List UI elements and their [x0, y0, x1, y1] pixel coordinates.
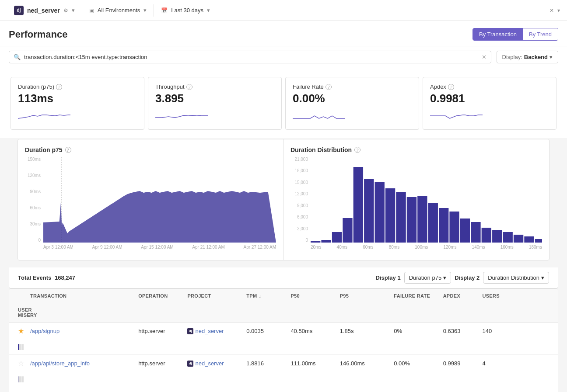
- p95-cell-2: 99.00ms: [336, 388, 391, 392]
- svg-rect-5: [354, 167, 363, 243]
- total-events-label: Total Events: [18, 274, 51, 281]
- misery-cell-0: [14, 340, 27, 354]
- th-failure-rate: FAILURE RATE: [390, 289, 439, 303]
- chart2-plot: 20ms 40ms 60ms 80ms 100ms 120ms 140ms 16…: [311, 157, 542, 253]
- chart1-area: 150ms 120ms 90ms 60ms 30ms 0 Apr 3: [25, 157, 276, 253]
- p50-cell-1: 111.00ms: [287, 356, 336, 371]
- users-cell-0: 140: [479, 323, 553, 339]
- svg-rect-22: [535, 239, 542, 243]
- duration-sparkline: [18, 109, 137, 123]
- chart2-help-icon[interactable]: ?: [354, 147, 360, 153]
- th-tpm[interactable]: TPM ↓: [243, 289, 287, 303]
- th-p50: P50: [287, 289, 336, 303]
- failure-label: Failure Rate: [293, 83, 324, 90]
- svg-rect-4: [343, 218, 352, 243]
- chart2-title: Duration Distribution ?: [290, 146, 542, 153]
- operation-cell-0: http.server: [135, 323, 184, 339]
- expand-icon[interactable]: ▾: [557, 7, 560, 14]
- star-icon-1[interactable]: ☆: [18, 360, 24, 367]
- p50-cell-0: 40.50ms: [287, 323, 336, 339]
- duration-help-icon[interactable]: ?: [56, 84, 62, 90]
- chart1-help-icon[interactable]: ?: [65, 147, 71, 153]
- apdex-cell-2: 0.9982: [440, 388, 479, 392]
- display2-caret: ▾: [541, 274, 544, 281]
- th-star: [14, 289, 27, 303]
- misery-bars-1: [18, 376, 23, 382]
- project-name-1[interactable]: ned_server: [195, 360, 224, 367]
- clear-search-icon[interactable]: ✕: [482, 54, 486, 60]
- svg-rect-17: [482, 228, 491, 243]
- svg-rect-20: [514, 235, 523, 243]
- chart2-y-axis: 21,000 18,000 15,000 12,000 9,000 6,000 …: [290, 157, 311, 253]
- close-icon[interactable]: ✕: [550, 7, 554, 14]
- page-header: Performance By Transaction By Trend: [0, 21, 567, 46]
- failure-cell-1: 0.00%: [390, 356, 439, 371]
- top-bar: dj ned_server ⚙ ▾ ▣ All Environments ▾ 📅…: [0, 0, 567, 21]
- misery-bars-0: [18, 344, 23, 350]
- failure-help-icon[interactable]: ?: [326, 84, 332, 90]
- failure-cell-0: 0%: [390, 323, 439, 339]
- operation-cell-1: http.server: [135, 356, 184, 371]
- display2-label: Display 2: [455, 274, 480, 281]
- failure-sparkline-svg: [293, 109, 345, 122]
- throughput-sparkline-svg: [155, 109, 208, 122]
- view-toggle: By Transaction By Trend: [472, 28, 558, 41]
- chart2-svg: [311, 157, 542, 243]
- project-name-0[interactable]: ned_server: [195, 328, 224, 334]
- transaction-table: TRANSACTION OPERATION PROJECT TPM ↓ P50 …: [9, 288, 558, 392]
- th-user-misery: USER MISERY: [14, 303, 27, 322]
- toggle-by-trend[interactable]: By Trend: [523, 28, 558, 40]
- metric-apdex: Apdex ? 0.9981: [423, 77, 556, 130]
- chart1-svg: [43, 157, 276, 243]
- toggle-by-transaction[interactable]: By Transaction: [473, 28, 523, 40]
- th-p95: P95: [336, 289, 391, 303]
- apdex-sparkline: [430, 109, 549, 123]
- transaction-cell-2[interactable]: /app/api/get_app_settings: [27, 388, 135, 392]
- p95-cell-0: 1.85s: [336, 323, 391, 339]
- th-operation: OPERATION: [135, 289, 184, 303]
- svg-rect-14: [449, 212, 459, 243]
- gear-icon[interactable]: ⚙: [63, 7, 68, 14]
- metric-throughput: Throughput ? 3.895: [148, 77, 282, 130]
- project-cell-1: dj ned_server: [184, 356, 243, 371]
- duration-value: 113ms: [18, 92, 137, 105]
- chart1-title: Duration p75 ?: [25, 146, 276, 153]
- display1-select[interactable]: Duration p75 ▾: [404, 272, 451, 284]
- transaction-cell-1[interactable]: /app/api/store_app_info: [27, 356, 135, 371]
- env-label: All Environments: [98, 7, 140, 14]
- apdex-sparkline-svg: [430, 109, 483, 122]
- tpm-cell-1: 1.8816: [243, 356, 287, 371]
- display-filter[interactable]: Display: Backend ▾: [497, 51, 558, 63]
- page-title: Performance: [9, 29, 68, 40]
- star-icon-0[interactable]: ★: [18, 327, 24, 335]
- th-transaction: TRANSACTION: [27, 289, 135, 303]
- table-header: TRANSACTION OPERATION PROJECT TPM ↓ P50 …: [9, 289, 558, 323]
- display-caret-icon: ▾: [550, 54, 553, 60]
- star-cell-0[interactable]: ★: [14, 323, 27, 340]
- calendar-icon: 📅: [161, 7, 168, 14]
- tpm-cell-2: 1.52: [243, 388, 287, 392]
- env-dropdown-caret[interactable]: ▾: [144, 7, 147, 14]
- th-users: USERS: [479, 289, 553, 303]
- star-cell-1[interactable]: ☆: [14, 355, 27, 372]
- transaction-cell-0[interactable]: /app/signup: [27, 323, 135, 339]
- chart-duration-p75: Duration p75 ? 150ms 120ms 90ms 60ms 30m…: [18, 139, 284, 260]
- svg-rect-6: [364, 179, 374, 243]
- search-input[interactable]: [24, 54, 478, 60]
- table-row: ★ /app/signup http.server dj ned_server …: [9, 323, 558, 355]
- duration-label: Duration (p75): [18, 83, 54, 90]
- star-cell-2[interactable]: ☆: [14, 387, 27, 392]
- apdex-help-icon[interactable]: ?: [448, 84, 454, 90]
- display1-caret: ▾: [443, 274, 446, 281]
- search-bar: 🔍 ✕ Display: Backend ▾: [0, 46, 567, 68]
- chart1-plot: Apr 3 12:00 AM Apr 9 12:00 AM Apr 15 12:…: [43, 157, 276, 253]
- display2-select[interactable]: Duration Distribution ▾: [483, 272, 549, 284]
- date-dropdown-caret[interactable]: ▾: [207, 7, 210, 14]
- svg-rect-18: [492, 230, 502, 243]
- svg-rect-11: [417, 196, 427, 243]
- server-dropdown-caret[interactable]: ▾: [72, 7, 75, 14]
- env-icon: ▣: [89, 7, 94, 14]
- th-project: PROJECT: [184, 289, 243, 303]
- throughput-help-icon[interactable]: ?: [186, 84, 192, 90]
- project-tag-1: dj ned_server: [187, 360, 239, 367]
